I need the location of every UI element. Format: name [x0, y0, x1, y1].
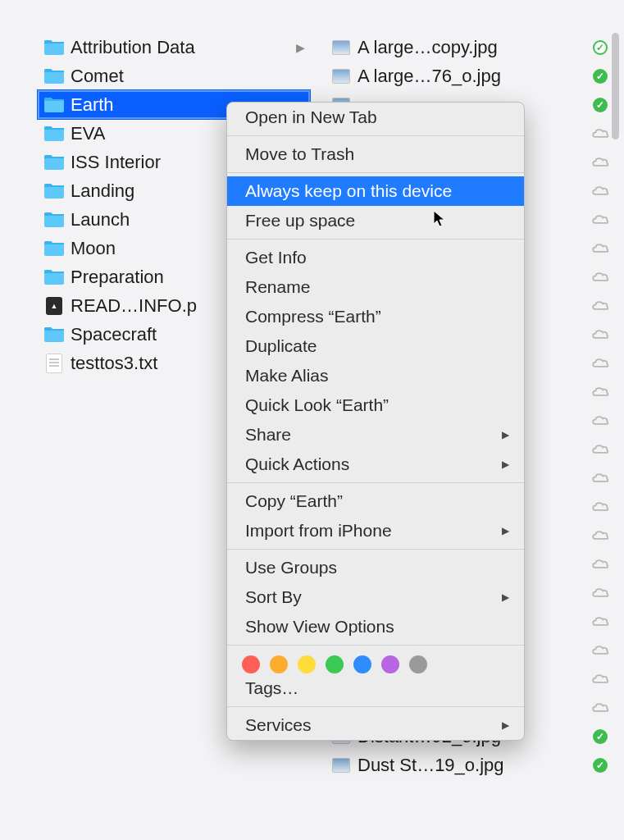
- cloud-icon: [591, 157, 609, 167]
- menu-item-label: Open in New Tab: [245, 107, 377, 127]
- menu-item[interactable]: Share: [227, 420, 524, 450]
- cloud-icon: [591, 358, 609, 368]
- menu-item[interactable]: Compress “Earth”: [227, 302, 524, 331]
- menu-item[interactable]: Copy “Earth”: [227, 486, 524, 516]
- scrollbar[interactable]: [612, 33, 619, 139]
- menu-item[interactable]: Duplicate: [227, 331, 524, 361]
- folder-icon: [43, 182, 66, 200]
- menu-item[interactable]: Quick Actions: [227, 450, 524, 479]
- context-menu: Open in New TabMove to TrashAlways keep …: [226, 102, 525, 741]
- folder-item-label: Comet: [71, 66, 320, 87]
- cloud-icon: [591, 300, 609, 311]
- folder-icon: [43, 211, 66, 229]
- folder-icon: [43, 240, 66, 258]
- menu-item-label: Get Info: [245, 248, 307, 267]
- tag-purple[interactable]: [381, 655, 399, 673]
- menu-item[interactable]: Rename: [227, 272, 524, 302]
- menu-item[interactable]: Get Info: [227, 243, 524, 272]
- menu-item[interactable]: Show View Options: [227, 612, 524, 641]
- file-item-label: A large…76_o.jpg: [358, 66, 588, 87]
- menu-item[interactable]: Move to Trash: [227, 139, 524, 169]
- tag-blue[interactable]: [353, 655, 371, 673]
- pdf-icon: ▲: [43, 297, 66, 315]
- menu-item-label: Import from iPhone: [245, 521, 392, 541]
- menu-item-label: Make Alias: [245, 366, 329, 386]
- file-item-label: Dust St…19_o.jpg: [358, 755, 588, 776]
- menu-item-label: Free up space: [245, 211, 355, 231]
- cloud-icon: [591, 415, 609, 426]
- cloud-icon: [591, 243, 609, 253]
- menu-separator: [227, 172, 524, 173]
- menu-item-label: Compress “Earth”: [245, 307, 381, 326]
- cloud-icon: [591, 185, 609, 196]
- menu-item-label: Duplicate: [245, 336, 317, 356]
- cloud-icon: [591, 530, 609, 541]
- menu-item-label: Quick Actions: [245, 454, 349, 474]
- cloud-icon: [591, 472, 609, 483]
- cloud-icon: [591, 214, 609, 225]
- menu-separator: [227, 482, 524, 483]
- folder-icon: [43, 268, 66, 286]
- cloud-icon: [591, 673, 609, 684]
- folder-item[interactable]: Comet: [39, 62, 320, 90]
- folder-item[interactable]: Attribution Data▶: [39, 33, 320, 62]
- folder-icon: [43, 326, 66, 344]
- menu-item-label: Rename: [245, 277, 310, 297]
- menu-item[interactable]: Always keep on this device: [227, 176, 524, 206]
- cloud-icon: [591, 444, 609, 454]
- file-item[interactable]: A large…76_o.jpg✓: [326, 62, 624, 90]
- menu-item-label: Tags…: [245, 678, 298, 698]
- file-item-label: A large…copy.jpg: [358, 37, 588, 58]
- synced-check-icon: ✓: [591, 729, 609, 744]
- file-item[interactable]: Dust St…19_o.jpg✓: [326, 751, 624, 779]
- cloud-icon: [591, 329, 609, 340]
- tag-gray[interactable]: [409, 655, 427, 673]
- menu-item[interactable]: Make Alias: [227, 361, 524, 390]
- cloud-icon: [591, 559, 609, 569]
- image-thumb-icon: [330, 758, 353, 773]
- cloud-icon: [591, 616, 609, 627]
- menu-item[interactable]: Open in New Tab: [227, 103, 524, 132]
- menu-item-label: Share: [245, 425, 291, 445]
- txt-icon: [43, 354, 66, 373]
- folder-icon: [43, 153, 66, 171]
- cloud-icon: [591, 128, 609, 139]
- synced-check-icon: ✓: [591, 758, 609, 773]
- menu-item-label: Quick Look “Earth”: [245, 395, 389, 415]
- menu-item-label: Services: [245, 715, 312, 735]
- cloud-icon: [591, 587, 609, 598]
- menu-separator: [227, 239, 524, 240]
- image-thumb-icon: [330, 69, 353, 84]
- menu-item-label: Move to Trash: [245, 144, 354, 164]
- folder-item-label: Attribution Data: [71, 37, 320, 58]
- menu-separator: [227, 135, 524, 136]
- menu-item-label: Sort By: [245, 587, 302, 607]
- tag-orange[interactable]: [270, 655, 288, 673]
- synced-check-icon: ✓: [591, 40, 609, 55]
- menu-item[interactable]: Use Groups: [227, 553, 524, 582]
- menu-item-tags[interactable]: Tags…: [227, 673, 524, 703]
- menu-item-label: Copy “Earth”: [245, 491, 343, 511]
- chevron-right-icon: ▶: [296, 41, 305, 54]
- menu-item[interactable]: Quick Look “Earth”: [227, 390, 524, 420]
- menu-item[interactable]: Sort By: [227, 582, 524, 612]
- menu-separator: [227, 706, 524, 707]
- tag-red[interactable]: [242, 655, 260, 673]
- menu-item-label: Always keep on this device: [245, 181, 452, 201]
- menu-item-label: Show View Options: [245, 617, 394, 637]
- menu-item[interactable]: Import from iPhone: [227, 516, 524, 546]
- menu-separator: [227, 549, 524, 550]
- cursor-icon: [433, 210, 448, 228]
- menu-item-services[interactable]: Services: [227, 710, 524, 740]
- cloud-icon: [591, 386, 609, 397]
- synced-check-icon: ✓: [591, 69, 609, 84]
- folder-icon: [43, 96, 66, 114]
- cloud-icon: [591, 501, 609, 512]
- file-item[interactable]: A large…copy.jpg✓: [326, 33, 624, 62]
- folder-icon: [43, 125, 66, 143]
- folder-icon: [43, 39, 66, 57]
- tag-green[interactable]: [326, 655, 344, 673]
- tags-row: [227, 649, 524, 673]
- tag-yellow[interactable]: [298, 655, 316, 673]
- menu-item[interactable]: Free up space: [227, 206, 524, 235]
